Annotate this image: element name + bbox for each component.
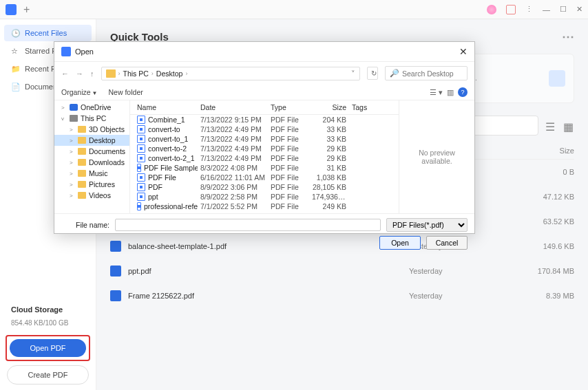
tree-item[interactable]: >Documents <box>54 146 129 157</box>
pdf-file-icon <box>137 116 145 124</box>
dialog-search-wrap[interactable]: 🔎 <box>385 66 468 80</box>
cancel-button[interactable]: Cancel <box>426 236 468 250</box>
tree-item[interactable]: >Videos <box>54 190 129 201</box>
tree-item[interactable]: >Desktop <box>54 135 129 146</box>
preview-pane: No preview available. <box>399 100 474 213</box>
open-button[interactable]: Open <box>379 236 421 250</box>
grid-view-icon[interactable]: ▦ <box>563 120 574 131</box>
clock-icon: 🕒 <box>11 29 19 37</box>
list-row[interactable]: convert-to-2_17/13/2022 4:49 PMPDF File2… <box>130 153 399 163</box>
minimize-button[interactable]: — <box>543 6 550 14</box>
folder-icon: 📁 <box>11 65 19 73</box>
tree-item[interactable]: >Downloads <box>54 157 129 168</box>
breadcrumb-dropdown-icon[interactable]: ˅ <box>351 69 355 78</box>
view-mode-icon[interactable]: ☰ ▾ <box>430 88 443 97</box>
document-icon: 📄 <box>11 83 19 91</box>
open-pdf-button[interactable]: Open PDF <box>10 339 86 357</box>
kebab-menu-icon[interactable]: ⋮ <box>525 5 533 14</box>
tree-item[interactable]: >3D Objects <box>54 124 129 135</box>
file-name-input[interactable] <box>115 219 381 231</box>
list-header: Name Date Type Size Tags <box>130 100 399 115</box>
dialog-search-input[interactable] <box>402 69 464 78</box>
cloud-storage-title: Cloud Storage <box>4 300 92 319</box>
list-row[interactable]: ppt8/9/2022 2:58 PMPDF File174,936 KB <box>130 192 399 202</box>
notification-icon[interactable] <box>506 5 516 14</box>
cloud-usage: 854.48 KB/100 GB <box>4 319 92 335</box>
tree-item[interactable]: vThis PC <box>54 113 129 124</box>
list-row[interactable]: PDF File Sample8/3/2022 4:08 PMPDF File3… <box>130 163 399 173</box>
nav-up-button[interactable]: ↑ <box>90 69 94 78</box>
list-view-icon[interactable]: ☰ <box>545 120 556 131</box>
list-row[interactable]: convert-to-27/13/2022 4:49 PMPDF File29 … <box>130 144 399 153</box>
help-icon[interactable]: ? <box>458 87 468 97</box>
list-row[interactable]: convert-to_17/13/2022 4:49 PMPDF File33 … <box>130 134 399 144</box>
list-row[interactable]: convert-to7/13/2022 4:49 PMPDF File33 KB <box>130 124 399 134</box>
titlebar: + ⋮ — ☐ ✕ <box>0 0 588 19</box>
file-list-rows[interactable]: Combine_17/13/2022 9:15 PMPDF File204 KB… <box>130 115 399 213</box>
new-folder-button[interactable]: New folder <box>109 88 143 96</box>
open-pdf-highlight: Open PDF <box>6 335 90 361</box>
tree-item[interactable]: >Music <box>54 168 129 179</box>
close-button[interactable]: ✕ <box>576 5 582 14</box>
pdf-file-icon <box>137 173 145 182</box>
dialog-title: Open <box>75 47 459 56</box>
file-name-label: File name: <box>61 221 109 229</box>
folder-icon <box>106 69 116 78</box>
pdf-file-icon <box>137 125 145 133</box>
list-row[interactable]: PDF File6/16/2022 11:01 AMPDF File1,038 … <box>130 173 399 182</box>
file-row[interactable]: ppt.pdfYesterday170.84 MB <box>110 259 574 283</box>
list-row[interactable]: PDF8/9/2022 3:06 PMPDF File28,105 KB <box>130 182 399 192</box>
app-logo-icon <box>6 4 17 15</box>
pdf-file-icon <box>137 135 145 143</box>
pdf-file-icon <box>137 193 145 201</box>
create-pdf-button[interactable]: Create PDF <box>7 365 89 384</box>
list-row[interactable]: professional-refere...7/1/2022 5:52 PMPD… <box>130 202 399 211</box>
tree-item[interactable]: >OneDrive <box>54 102 129 113</box>
file-row[interactable]: Frame 2125622.pdfYesterday8.39 MB <box>110 283 574 308</box>
nav-back-button[interactable]: ← <box>61 69 69 78</box>
preview-pane-icon[interactable]: ▥ <box>447 88 454 97</box>
new-tab-button[interactable]: + <box>23 3 30 16</box>
tree-item[interactable]: >Pictures <box>54 179 129 190</box>
more-icon[interactable]: ⋯ <box>562 29 574 44</box>
pdf-file-icon <box>137 154 145 162</box>
batch-icon <box>549 70 565 87</box>
pdf-file-icon <box>137 144 145 153</box>
maximize-button[interactable]: ☐ <box>560 5 567 14</box>
pdf-file-icon <box>137 202 141 210</box>
nav-forward-button[interactable]: → <box>76 69 83 78</box>
pdf-file-icon <box>137 164 141 172</box>
sidebar-item-recent-files[interactable]: 🕒 Recent Files <box>4 25 92 41</box>
folder-tree[interactable]: >OneDrivevThis PC>3D Objects>Desktop>Doc… <box>54 100 130 213</box>
sidebar-item-label: Recent Files <box>25 29 67 37</box>
refresh-button[interactable]: ↻ <box>367 67 378 80</box>
pdf-file-icon <box>137 183 145 191</box>
list-row[interactable]: Combine_17/13/2022 9:15 PMPDF File204 KB <box>130 115 399 124</box>
organize-menu[interactable]: Organize▼ <box>61 88 98 96</box>
star-icon: ☆ <box>11 47 19 55</box>
dialog-logo-icon <box>61 47 71 56</box>
open-dialog: Open ✕ ← → ↑ › This PC › Desktop › ˅ ↻ 🔎… <box>54 41 475 234</box>
file-type-select[interactable]: PDF Files(*.pdf) <box>386 218 468 232</box>
dialog-close-button[interactable]: ✕ <box>459 46 468 57</box>
pdf-icon <box>110 290 121 301</box>
breadcrumb[interactable]: › This PC › Desktop › ˅ <box>101 67 361 80</box>
pdf-icon <box>110 266 121 277</box>
search-icon: 🔎 <box>390 69 399 78</box>
profile-icon[interactable] <box>487 5 496 14</box>
